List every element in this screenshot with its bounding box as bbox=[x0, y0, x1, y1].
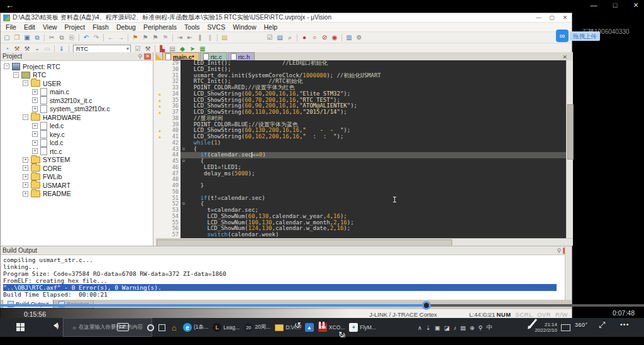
tab-main-c[interactable]: main.c* bbox=[162, 52, 199, 60]
indent-icon[interactable]: ⇥ bbox=[175, 33, 185, 42]
tab-close-icon[interactable]: ✕ bbox=[562, 54, 573, 60]
comment-icon[interactable]: ∥ bbox=[195, 33, 205, 42]
player-back-button[interactable]: ← bbox=[6, 0, 14, 10]
tree-expander-icon[interactable]: + bbox=[32, 131, 38, 137]
bookmark-prev-icon[interactable]: ⚑ bbox=[140, 33, 150, 42]
seek-bar-thumb[interactable] bbox=[422, 301, 431, 310]
save-all-icon[interactable]: ⧉ bbox=[32, 33, 42, 42]
tab-rtc-c[interactable]: rtc.c bbox=[200, 52, 227, 60]
tree-expander-icon[interactable]: + bbox=[23, 157, 28, 163]
more-options-button[interactable]: ••• bbox=[620, 320, 630, 328]
fullscreen-button[interactable]: ⤢ bbox=[599, 320, 605, 330]
breakpoint-insert-icon[interactable]: ● bbox=[299, 33, 309, 42]
code-area[interactable]: 29 LED_Init(); //LED端口初始化30 LCD_Init();3… bbox=[155, 60, 573, 238]
menu-item-svcs[interactable]: SVCS bbox=[204, 23, 230, 31]
tree-expander-icon[interactable]: + bbox=[32, 106, 38, 112]
pause-button[interactable] bbox=[319, 322, 325, 329]
bookmark-next-icon[interactable]: ⚑ bbox=[150, 33, 160, 42]
menu-item-tools[interactable]: Tools bbox=[180, 23, 204, 31]
find-icon[interactable]: ⌕ bbox=[285, 33, 295, 42]
start-button[interactable] bbox=[16, 323, 25, 331]
code-line[interactable]: 42 while(1) bbox=[155, 140, 573, 146]
menu-item-view[interactable]: View bbox=[39, 23, 61, 31]
player-close-button[interactable]: ✕ bbox=[630, 1, 642, 9]
tree-expander-icon[interactable]: − bbox=[23, 80, 28, 86]
uncomment-icon[interactable]: ∥ bbox=[205, 33, 215, 42]
tree-item-main-c[interactable]: +main.c bbox=[1, 88, 153, 97]
taskbar-app-edge[interactable]: e(1条... bbox=[183, 323, 208, 332]
uvision-maximize-button[interactable]: ▢ bbox=[545, 14, 558, 21]
tree-item-readme[interactable]: +README bbox=[1, 190, 153, 199]
find-in-files-icon[interactable]: ▤ bbox=[219, 33, 230, 42]
menu-item-project[interactable]: Project bbox=[61, 23, 89, 31]
player-maximize-button[interactable]: □ bbox=[609, 1, 621, 9]
configure-wrench-icon[interactable]: ⚙ bbox=[354, 33, 364, 42]
cut-icon[interactable]: ✂ bbox=[47, 33, 57, 42]
project-panel-close-icon[interactable]: ✕ bbox=[144, 53, 151, 60]
save-icon[interactable]: ▣ bbox=[22, 33, 32, 42]
uvision-minimize-button[interactable]: — bbox=[532, 14, 545, 21]
tree-expander-icon[interactable]: + bbox=[32, 123, 38, 129]
menu-item-file[interactable]: File bbox=[2, 23, 20, 31]
tree-item-lcd-c[interactable]: +lcd.c bbox=[1, 139, 153, 148]
uvision-close-button[interactable]: ✕ bbox=[558, 14, 572, 21]
paste-icon[interactable]: ⎘ bbox=[67, 33, 77, 42]
tree-item-rtc-c[interactable]: +rtc.c bbox=[1, 147, 153, 156]
tree-item-stm32f10x-it-c[interactable]: +stm32f10x_it.c bbox=[1, 96, 153, 105]
tree-expander-icon[interactable]: + bbox=[23, 165, 28, 171]
netdisk-upload-icon[interactable]: ∞ bbox=[556, 30, 569, 42]
code-line[interactable]: 47 delay_ms(5000); bbox=[155, 171, 573, 177]
menu-item-window[interactable]: Window bbox=[229, 23, 260, 31]
open-icon[interactable]: ❐ bbox=[12, 33, 22, 42]
pin-icon[interactable]: ⚲ bbox=[557, 248, 561, 254]
undo-icon[interactable]: ↶ bbox=[81, 33, 91, 42]
menu-item-flash[interactable]: Flash bbox=[89, 23, 113, 31]
copy-icon[interactable]: ⧉ bbox=[57, 33, 67, 42]
tree-item-system-stm32f10x-c[interactable]: +system_stm32f10x.c bbox=[1, 105, 153, 114]
tree-item-hardware[interactable]: −HARDWARE bbox=[1, 113, 153, 122]
taskbar-app-taskview[interactable] bbox=[158, 324, 165, 331]
tree-item-key-c[interactable]: +key.c bbox=[1, 130, 153, 139]
build-output-vscrollbar[interactable] bbox=[565, 246, 572, 300]
tree-expander-icon[interactable]: + bbox=[32, 140, 38, 146]
code-line[interactable]: 48 bbox=[155, 177, 573, 183]
player-minimize-button[interactable]: — bbox=[587, 1, 600, 9]
outdent-icon[interactable]: ⇤ bbox=[185, 33, 195, 42]
redo-icon[interactable]: ↷ bbox=[91, 33, 101, 42]
tree-expander-icon[interactable]: + bbox=[23, 174, 28, 180]
editor-vscrollbar-thumb[interactable] bbox=[567, 104, 574, 160]
taskbar-app-cortana[interactable] bbox=[147, 324, 154, 331]
taskbar-search-input[interactable]: ○ 在这里输入你要搜索的内容 bbox=[63, 318, 152, 337]
fold-icon[interactable]: ⊟ bbox=[180, 201, 187, 207]
subtitle-button[interactable] bbox=[117, 323, 129, 331]
rotate-360-button[interactable]: 360° bbox=[575, 322, 588, 328]
taskbar-app-home[interactable]: ⌂ bbox=[170, 323, 179, 332]
skip-back-10-button[interactable]: ↺10 bbox=[294, 320, 644, 330]
tree-expander-icon[interactable]: + bbox=[32, 97, 38, 103]
menu-item-peripherals[interactable]: Peripherals bbox=[140, 23, 180, 31]
fold-icon[interactable]: ⊟ bbox=[180, 146, 187, 153]
new-file-icon[interactable]: ▢ bbox=[2, 33, 12, 42]
editor-hscrollbar[interactable] bbox=[155, 238, 573, 246]
drag-upload-label[interactable]: 拖拽上传 bbox=[570, 31, 600, 41]
tree-item-user[interactable]: −USER bbox=[1, 79, 153, 88]
checkbox-icon[interactable]: ☑ bbox=[265, 33, 275, 42]
seek-bar[interactable] bbox=[0, 304, 644, 307]
volume-button[interactable]: ) bbox=[50, 322, 59, 329]
tree-item-system[interactable]: +SYSTEM bbox=[1, 156, 153, 165]
tree-expander-icon[interactable]: + bbox=[32, 148, 38, 154]
nav-back-icon[interactable]: ← bbox=[106, 33, 116, 42]
tree-item-rtc[interactable]: −RTC bbox=[1, 71, 153, 80]
document-props-icon[interactable]: ▤ bbox=[275, 33, 285, 42]
tree-item-fwlib[interactable]: +FWLib bbox=[1, 173, 153, 182]
tab-rtc-h[interactable]: rtc.h bbox=[228, 52, 255, 60]
tree-item-core[interactable]: +CORE bbox=[1, 164, 153, 173]
bookmark-toggle-icon[interactable]: ⚑ bbox=[130, 33, 140, 42]
menu-item-edit[interactable]: Edit bbox=[20, 23, 39, 31]
bookmark-clear-icon[interactable]: ⚑ bbox=[160, 33, 170, 42]
taskbar-app-anniv[interactable]: 2020周... bbox=[244, 323, 270, 332]
skip-forward-30-button[interactable]: ↻30 bbox=[338, 330, 644, 339]
breakpoint-kill-icon[interactable]: ◉ bbox=[330, 33, 340, 42]
tree-item-usmart[interactable]: +USMART bbox=[1, 181, 153, 190]
code-line[interactable]: 49 } bbox=[155, 183, 573, 189]
